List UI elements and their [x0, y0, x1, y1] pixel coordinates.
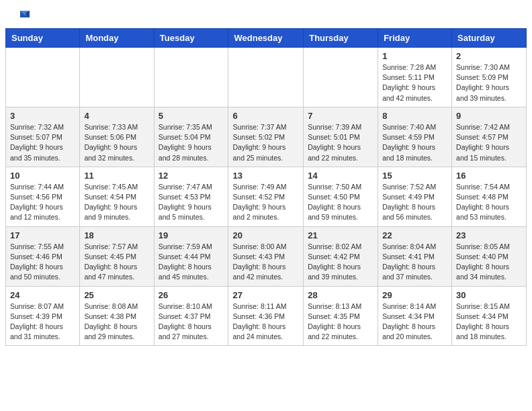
day-detail: Sunrise: 8:07 AM Sunset: 4:39 PM Dayligh…	[10, 302, 75, 342]
table-row: 17Sunrise: 7:55 AM Sunset: 4:46 PM Dayli…	[6, 226, 80, 286]
day-number: 18	[84, 230, 149, 240]
day-detail: Sunrise: 7:45 AM Sunset: 4:54 PM Dayligh…	[84, 182, 149, 223]
calendar-week-row: 24Sunrise: 8:07 AM Sunset: 4:39 PM Dayli…	[6, 286, 527, 346]
table-row	[154, 48, 228, 107]
day-detail: Sunrise: 7:28 AM Sunset: 5:11 PM Dayligh…	[382, 62, 447, 103]
day-number: 10	[10, 171, 75, 181]
table-row: 23Sunrise: 8:05 AM Sunset: 4:40 PM Dayli…	[452, 226, 527, 286]
table-row	[80, 48, 154, 107]
calendar-week-row: 1Sunrise: 7:28 AM Sunset: 5:11 PM Daylig…	[6, 48, 527, 107]
col-tuesday: Tuesday	[154, 29, 228, 48]
day-number: 24	[10, 290, 75, 300]
day-detail: Sunrise: 7:40 AM Sunset: 4:59 PM Dayligh…	[382, 122, 447, 163]
day-number: 9	[456, 111, 522, 121]
table-row: 29Sunrise: 8:14 AM Sunset: 4:34 PM Dayli…	[378, 286, 452, 346]
day-detail: Sunrise: 7:39 AM Sunset: 5:01 PM Dayligh…	[308, 122, 373, 163]
day-number: 8	[382, 111, 447, 121]
day-number: 1	[382, 51, 447, 61]
table-row: 20Sunrise: 8:00 AM Sunset: 4:43 PM Dayli…	[228, 226, 304, 286]
table-row: 22Sunrise: 8:04 AM Sunset: 4:41 PM Dayli…	[378, 226, 452, 286]
day-detail: Sunrise: 7:59 AM Sunset: 4:44 PM Dayligh…	[159, 242, 224, 283]
day-number: 30	[456, 290, 522, 300]
table-row: 16Sunrise: 7:54 AM Sunset: 4:48 PM Dayli…	[452, 167, 527, 226]
day-detail: Sunrise: 8:11 AM Sunset: 4:36 PM Dayligh…	[232, 302, 299, 342]
day-detail: Sunrise: 7:30 AM Sunset: 5:09 PM Dayligh…	[456, 62, 522, 103]
day-detail: Sunrise: 7:55 AM Sunset: 4:46 PM Dayligh…	[10, 242, 75, 283]
table-row	[6, 48, 80, 107]
day-detail: Sunrise: 7:33 AM Sunset: 5:06 PM Dayligh…	[84, 122, 149, 163]
table-row	[228, 48, 304, 107]
table-row	[304, 48, 378, 107]
col-friday: Friday	[378, 29, 452, 48]
col-sunday: Sunday	[6, 29, 80, 48]
day-number: 2	[456, 51, 522, 61]
day-detail: Sunrise: 8:10 AM Sunset: 4:37 PM Dayligh…	[159, 302, 224, 342]
table-row: 9Sunrise: 7:42 AM Sunset: 4:57 PM Daylig…	[452, 107, 527, 167]
calendar-week-row: 17Sunrise: 7:55 AM Sunset: 4:46 PM Dayli…	[6, 226, 527, 286]
table-row: 12Sunrise: 7:47 AM Sunset: 4:53 PM Dayli…	[154, 167, 228, 226]
day-detail: Sunrise: 8:13 AM Sunset: 4:35 PM Dayligh…	[308, 302, 373, 342]
day-number: 14	[308, 171, 373, 181]
day-detail: Sunrise: 8:00 AM Sunset: 4:43 PM Dayligh…	[232, 242, 299, 283]
table-row: 6Sunrise: 7:37 AM Sunset: 5:02 PM Daylig…	[228, 107, 304, 167]
table-row: 28Sunrise: 8:13 AM Sunset: 4:35 PM Dayli…	[304, 286, 378, 346]
day-detail: Sunrise: 7:49 AM Sunset: 4:52 PM Dayligh…	[232, 182, 299, 223]
col-wednesday: Wednesday	[228, 29, 304, 48]
table-row: 11Sunrise: 7:45 AM Sunset: 4:54 PM Dayli…	[80, 167, 154, 226]
table-row: 24Sunrise: 8:07 AM Sunset: 4:39 PM Dayli…	[6, 286, 80, 346]
col-saturday: Saturday	[452, 29, 527, 48]
table-row: 13Sunrise: 7:49 AM Sunset: 4:52 PM Dayli…	[228, 167, 304, 226]
day-detail: Sunrise: 7:57 AM Sunset: 4:45 PM Dayligh…	[84, 242, 149, 283]
day-number: 21	[308, 230, 373, 240]
day-detail: Sunrise: 7:44 AM Sunset: 4:56 PM Dayligh…	[10, 182, 75, 223]
calendar-week-row: 10Sunrise: 7:44 AM Sunset: 4:56 PM Dayli…	[6, 167, 527, 226]
day-number: 25	[84, 290, 149, 300]
day-number: 26	[159, 290, 224, 300]
day-number: 7	[308, 111, 373, 121]
day-number: 12	[159, 171, 224, 181]
table-row: 25Sunrise: 8:08 AM Sunset: 4:38 PM Dayli…	[80, 286, 154, 346]
calendar-week-row: 3Sunrise: 7:32 AM Sunset: 5:07 PM Daylig…	[6, 107, 527, 167]
table-row: 15Sunrise: 7:52 AM Sunset: 4:49 PM Dayli…	[378, 167, 452, 226]
day-number: 19	[159, 230, 224, 240]
day-detail: Sunrise: 7:32 AM Sunset: 5:07 PM Dayligh…	[10, 122, 75, 163]
day-detail: Sunrise: 7:42 AM Sunset: 4:57 PM Dayligh…	[456, 122, 522, 163]
calendar-wrapper: Sunday Monday Tuesday Wednesday Thursday…	[0, 28, 532, 351]
table-row: 4Sunrise: 7:33 AM Sunset: 5:06 PM Daylig…	[80, 107, 154, 167]
day-detail: Sunrise: 7:37 AM Sunset: 5:02 PM Dayligh…	[232, 122, 299, 163]
day-number: 29	[382, 290, 447, 300]
day-detail: Sunrise: 8:15 AM Sunset: 4:34 PM Dayligh…	[456, 302, 522, 342]
day-number: 23	[456, 230, 522, 240]
table-row: 27Sunrise: 8:11 AM Sunset: 4:36 PM Dayli…	[228, 286, 304, 346]
day-detail: Sunrise: 7:50 AM Sunset: 4:50 PM Dayligh…	[308, 182, 373, 223]
day-number: 11	[84, 171, 149, 181]
table-row: 3Sunrise: 7:32 AM Sunset: 5:07 PM Daylig…	[6, 107, 80, 167]
logo	[13, 11, 32, 23]
table-row: 19Sunrise: 7:59 AM Sunset: 4:44 PM Dayli…	[154, 226, 228, 286]
table-row: 26Sunrise: 8:10 AM Sunset: 4:37 PM Dayli…	[154, 286, 228, 346]
day-detail: Sunrise: 8:04 AM Sunset: 4:41 PM Dayligh…	[382, 242, 447, 283]
table-row: 18Sunrise: 7:57 AM Sunset: 4:45 PM Dayli…	[80, 226, 154, 286]
logo-icon	[15, 9, 31, 21]
col-monday: Monday	[80, 29, 154, 48]
day-detail: Sunrise: 8:02 AM Sunset: 4:42 PM Dayligh…	[308, 242, 373, 283]
day-detail: Sunrise: 7:54 AM Sunset: 4:48 PM Dayligh…	[456, 182, 522, 223]
calendar-header-row: Sunday Monday Tuesday Wednesday Thursday…	[6, 29, 527, 48]
day-detail: Sunrise: 7:35 AM Sunset: 5:04 PM Dayligh…	[159, 122, 224, 163]
table-row: 21Sunrise: 8:02 AM Sunset: 4:42 PM Dayli…	[304, 226, 378, 286]
table-row: 2Sunrise: 7:30 AM Sunset: 5:09 PM Daylig…	[452, 48, 527, 107]
table-row: 5Sunrise: 7:35 AM Sunset: 5:04 PM Daylig…	[154, 107, 228, 167]
day-number: 27	[232, 290, 299, 300]
table-row: 14Sunrise: 7:50 AM Sunset: 4:50 PM Dayli…	[304, 167, 378, 226]
page-header	[0, 0, 532, 28]
day-number: 4	[84, 111, 149, 121]
day-number: 28	[308, 290, 373, 300]
day-number: 20	[232, 230, 299, 240]
day-number: 22	[382, 230, 447, 240]
day-detail: Sunrise: 8:08 AM Sunset: 4:38 PM Dayligh…	[84, 302, 149, 342]
day-number: 16	[456, 171, 522, 181]
table-row: 1Sunrise: 7:28 AM Sunset: 5:11 PM Daylig…	[378, 48, 452, 107]
day-detail: Sunrise: 7:52 AM Sunset: 4:49 PM Dayligh…	[382, 182, 447, 223]
day-number: 5	[159, 111, 224, 121]
table-row: 7Sunrise: 7:39 AM Sunset: 5:01 PM Daylig…	[304, 107, 378, 167]
